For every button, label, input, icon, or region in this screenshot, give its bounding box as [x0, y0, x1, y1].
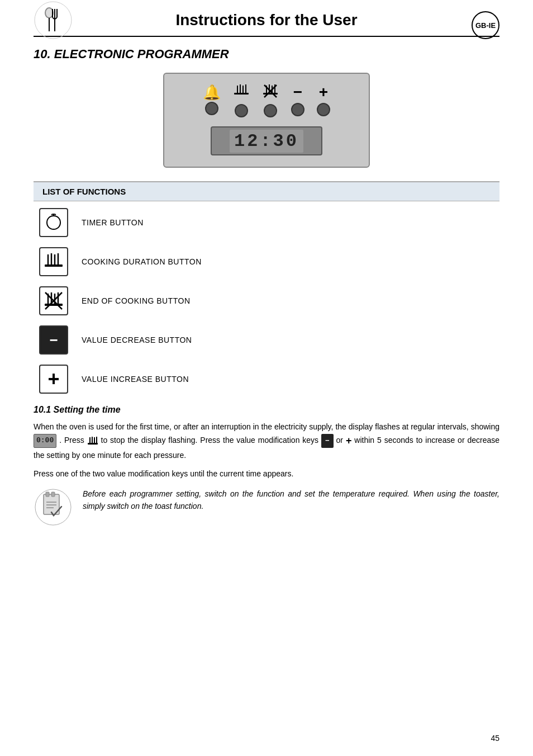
end-cooking-btn-diagram: [262, 83, 279, 117]
svg-rect-38: [46, 492, 49, 497]
svg-rect-31: [88, 443, 98, 445]
end-cooking-label: END OF COOKING BUTTON: [82, 296, 191, 305]
plus-btn-diagram: +: [317, 84, 330, 117]
increase-label: VALUE INCREASE BUTTON: [82, 375, 189, 384]
svg-rect-39: [51, 492, 55, 497]
note-text: Before each programmer setting, switch o…: [83, 488, 499, 513]
plus-inline: +: [346, 433, 352, 449]
cooking-duration-icon: [39, 247, 68, 276]
region-badge: GB-IE: [472, 11, 499, 39]
page-number: 45: [491, 734, 499, 743]
button-icon-row: 🔔: [203, 83, 330, 117]
increase-icon: +: [39, 365, 68, 394]
flash-display: 0:00: [34, 434, 56, 448]
functions-section: LIST OF FUNCTIONS TIMER BUTTON COOKING D…: [34, 181, 499, 394]
section-title: 10. ELECTRONIC PROGRAMMER: [34, 47, 499, 62]
function-row-cooking-duration: COOKING DURATION BUTTON: [34, 247, 499, 276]
function-row-increase: + VALUE INCREASE BUTTON: [34, 365, 499, 394]
programmer-panel: 🔔: [163, 73, 370, 168]
cooking-duration-inline-icon: [87, 434, 98, 448]
minus-btn-diagram: −: [291, 84, 304, 117]
svg-rect-11: [263, 93, 278, 94]
page-header: Instructions for the User GB-IE: [34, 11, 499, 37]
body-paragraph-2: Press one of the two value modification …: [34, 467, 499, 480]
body-paragraph-1: When the oven is used for the first time…: [34, 420, 499, 462]
time-display: 12:30: [211, 126, 322, 155]
subsection-10-1: 10.1 Setting the time When the oven is u…: [34, 405, 499, 527]
page-title: Instructions for the User: [175, 11, 357, 29]
decrease-label: VALUE DECREASE BUTTON: [82, 336, 192, 344]
cooking-duration-btn-diagram: [233, 83, 250, 117]
note-icon: [34, 488, 73, 527]
function-row-end-cooking: END OF COOKING BUTTON: [34, 286, 499, 315]
note-box: Before each programmer setting, switch o…: [34, 488, 499, 527]
subsection-title: 10.1 Setting the time: [34, 405, 499, 415]
function-row-decrease: − VALUE DECREASE BUTTON: [34, 325, 499, 355]
functions-heading: LIST OF FUNCTIONS: [34, 181, 499, 201]
timer-icon: [39, 208, 68, 237]
timer-btn-diagram: 🔔: [203, 85, 221, 115]
programmer-diagram: 🔔: [34, 73, 499, 168]
timer-label: TIMER BUTTON: [82, 218, 144, 227]
cooking-duration-label: COOKING DURATION BUTTON: [82, 257, 202, 266]
svg-point-1: [45, 8, 53, 18]
decrease-icon: −: [39, 325, 68, 355]
svg-rect-24: [45, 304, 63, 306]
svg-rect-19: [45, 264, 63, 267]
minus-inline: −: [321, 434, 334, 448]
svg-point-0: [35, 2, 72, 39]
end-cooking-icon: [39, 286, 68, 315]
display-value: 12:30: [230, 130, 303, 153]
brand-logo: [34, 1, 73, 40]
svg-rect-6: [234, 93, 249, 94]
function-row-timer: TIMER BUTTON: [34, 208, 499, 237]
